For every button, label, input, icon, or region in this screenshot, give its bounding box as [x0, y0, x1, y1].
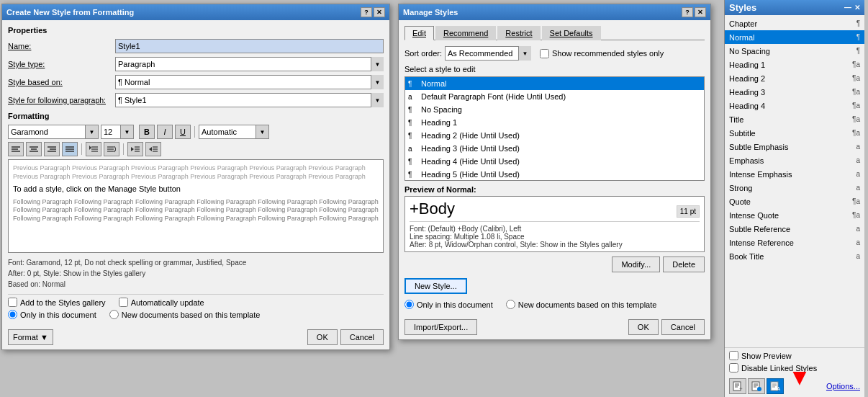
- indent-increase-btn[interactable]: [145, 142, 161, 156]
- create-style-dialog: Create New Style from Formatting ? ✕ Pro…: [1, 4, 390, 350]
- show-preview-label: Show Preview: [741, 352, 792, 360]
- indent-decrease-btn[interactable]: [127, 142, 143, 156]
- options-link[interactable]: Options...: [826, 382, 860, 391]
- manage-styles-icon-btn[interactable]: A: [767, 378, 784, 394]
- styles-panel-item[interactable]: Chapter¶: [725, 17, 864, 30]
- styles-panel-item[interactable]: Heading 1¶a: [725, 58, 864, 71]
- style-inspector-icon-btn[interactable]: [748, 378, 765, 394]
- align-justify-btn[interactable]: [62, 142, 78, 156]
- styles-panel-item[interactable]: Subtitle¶a: [725, 126, 864, 140]
- new-docs-radio[interactable]: [109, 310, 119, 319]
- font-row: ▼ ▼ B I U ▼: [8, 125, 384, 139]
- sort-select[interactable]: As Recommended: [445, 46, 531, 61]
- style-list-item[interactable]: ¶Heading 2 (Hide Until Used): [405, 129, 704, 142]
- only-this-row: Only in this document New documents base…: [8, 310, 384, 319]
- styles-panel-item[interactable]: Heading 3¶a: [725, 85, 864, 99]
- import-export-btn[interactable]: Import/Export...: [404, 319, 477, 335]
- color-arrow[interactable]: ▼: [256, 125, 269, 139]
- style-list-item[interactable]: ¶Heading 4 (Hide Until Used): [405, 155, 704, 168]
- create-style-ok-btn[interactable]: OK: [307, 329, 338, 345]
- modify-btn[interactable]: Modify...: [612, 257, 660, 272]
- manage-cancel-btn[interactable]: Cancel: [661, 319, 705, 335]
- style-based-select[interactable]: ¶ Normal: [115, 75, 384, 89]
- new-docs-label: New documents based on this template: [122, 311, 261, 319]
- style-list[interactable]: ¶NormalaDefault Paragraph Font (Hide Unt…: [404, 76, 705, 181]
- styles-panel-item[interactable]: Emphasisa: [725, 153, 864, 167]
- name-input[interactable]: [115, 39, 384, 53]
- styles-panel-item[interactable]: Title¶a: [725, 112, 864, 126]
- style-list-item[interactable]: ¶No Spacing: [405, 103, 704, 116]
- manage-close-btn[interactable]: ✕: [695, 7, 706, 17]
- styles-list: Chapter¶Normal¶No Spacing¶Heading 1¶aHea…: [725, 15, 864, 347]
- styles-panel-item[interactable]: Subtle Emphasisa: [725, 140, 864, 153]
- tab-restrict[interactable]: Restrict: [497, 26, 540, 40]
- line-spacing-btn[interactable]: [86, 142, 101, 156]
- size-arrow[interactable]: ▼: [121, 125, 134, 139]
- styles-panel-item[interactable]: Intense Emphasisa: [725, 167, 864, 181]
- styles-panel-item[interactable]: Stronga: [725, 181, 864, 195]
- style-info: Font: Garamond, 12 pt, Do not check spel…: [8, 257, 384, 290]
- help-btn[interactable]: ?: [361, 7, 372, 17]
- style-following-row: Style for following paragraph: ¶ Style1 …: [8, 93, 384, 107]
- manage-ok-btn[interactable]: OK: [628, 319, 659, 335]
- italic-btn[interactable]: I: [157, 125, 173, 139]
- color-input[interactable]: [199, 125, 256, 139]
- auto-update-checkbox[interactable]: [119, 298, 128, 307]
- style-based-label: Style based on:: [8, 78, 112, 86]
- styles-panel-item[interactable]: Normal¶: [725, 30, 864, 44]
- show-recommended-checkbox[interactable]: [540, 49, 549, 58]
- style-list-item[interactable]: ¶Normal: [405, 77, 704, 90]
- style-following-select[interactable]: ¶ Style1: [115, 93, 384, 107]
- styles-panel-item[interactable]: Heading 2¶a: [725, 71, 864, 85]
- style-list-item[interactable]: ¶Heading 5 (Hide Until Used): [405, 168, 704, 181]
- panel-close-btn[interactable]: ✕: [854, 4, 860, 12]
- tab-defaults[interactable]: Set Defaults: [542, 26, 601, 40]
- manage-new-docs-radio[interactable]: [506, 300, 515, 309]
- close-btn[interactable]: ✕: [374, 7, 385, 17]
- svg-text:A: A: [777, 385, 780, 391]
- align-center-btn[interactable]: [26, 142, 42, 156]
- styles-panel-item[interactable]: Book Titlea: [725, 249, 864, 263]
- manage-help-btn[interactable]: ?: [682, 7, 693, 17]
- manage-only-this-row: Only in this document New documents base…: [404, 300, 705, 309]
- panel-titlebar: Styles — ✕: [725, 0, 864, 15]
- name-label: Name:: [8, 42, 112, 50]
- create-style-cancel-btn[interactable]: Cancel: [340, 329, 384, 345]
- styles-panel-item[interactable]: Intense Quote¶a: [725, 208, 864, 222]
- format-btn[interactable]: Format ▼: [8, 329, 53, 345]
- styles-panel-item[interactable]: Intense Referencea: [725, 236, 864, 249]
- style-list-item[interactable]: ¶Heading 1: [405, 116, 704, 129]
- show-preview-checkbox[interactable]: [729, 351, 738, 360]
- new-style-btn[interactable]: New Style...: [404, 278, 467, 294]
- font-combo-wrap: ▼: [8, 125, 99, 139]
- styles-panel-item[interactable]: Quote¶a: [725, 195, 864, 208]
- tab-recommend[interactable]: Recommend: [435, 26, 496, 40]
- style-list-item[interactable]: aHeading 3 (Hide Until Used): [405, 142, 704, 155]
- line-spacing2-btn[interactable]: [104, 142, 119, 156]
- new-style-icon-btn[interactable]: +: [729, 378, 746, 394]
- create-style-content: Properties Name: Style type: Paragraph ▼…: [2, 20, 389, 326]
- tab-edit[interactable]: Edit: [404, 26, 434, 40]
- manage-only-this-radio[interactable]: [404, 300, 414, 309]
- delete-btn[interactable]: Delete: [663, 257, 705, 272]
- divider3: [123, 143, 124, 155]
- style-type-select[interactable]: Paragraph: [115, 57, 384, 71]
- panel-pin-btn[interactable]: —: [844, 4, 851, 12]
- bold-btn[interactable]: B: [139, 125, 155, 139]
- styles-panel-item[interactable]: Subtle Referencea: [725, 222, 864, 236]
- size-input[interactable]: [101, 125, 121, 139]
- preview-follow-text: Following Paragraph Following Paragraph …: [13, 198, 379, 223]
- style-list-item[interactable]: aDefault Paragraph Font (Hide Until Used…: [405, 90, 704, 103]
- manage-styles-titlebar-btns: ? ✕: [682, 7, 706, 17]
- add-gallery-checkbox[interactable]: [8, 298, 17, 307]
- font-arrow[interactable]: ▼: [86, 125, 99, 139]
- align-right-btn[interactable]: [44, 142, 60, 156]
- styles-panel-item[interactable]: Heading 4¶a: [725, 99, 864, 112]
- underline-btn[interactable]: U: [175, 125, 191, 139]
- font-input[interactable]: [8, 125, 86, 139]
- styles-panel-item[interactable]: No Spacing¶: [725, 44, 864, 58]
- only-this-radio[interactable]: [8, 310, 17, 319]
- align-left-btn[interactable]: [8, 142, 24, 156]
- manage-styles-dialog: Manage Styles ? ✕ Edit Recommend Restric…: [398, 4, 711, 340]
- disable-linked-checkbox[interactable]: [729, 363, 738, 373]
